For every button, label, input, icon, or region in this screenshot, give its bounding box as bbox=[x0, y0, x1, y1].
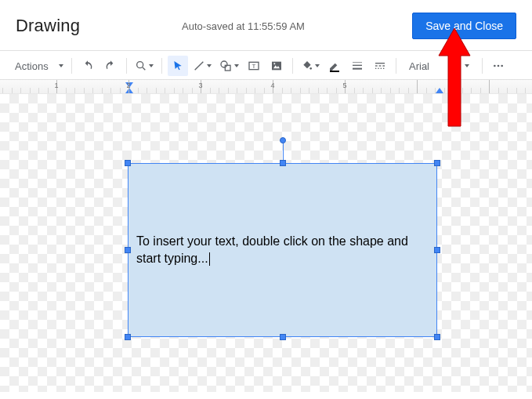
selected-textbox-shape[interactable]: To insert your text, double click on the… bbox=[128, 163, 437, 337]
autosave-status: Auto-saved at 11:55:59 AM bbox=[182, 20, 305, 32]
border-weight-button[interactable] bbox=[347, 56, 367, 76]
toolbar-separator bbox=[126, 58, 127, 74]
select-tool-button[interactable] bbox=[168, 56, 188, 76]
svg-text:T: T bbox=[252, 63, 256, 70]
font-family-dropdown[interactable] bbox=[456, 56, 476, 76]
ruler-number: 4 bbox=[270, 82, 274, 89]
toolbar-separator bbox=[71, 58, 72, 74]
drawing-canvas[interactable]: To insert your text, double click on the… bbox=[0, 94, 532, 392]
resize-handle-b[interactable] bbox=[280, 334, 286, 340]
textbox-tool-button[interactable]: T bbox=[244, 56, 264, 76]
toolbar: Actions T Arial bbox=[0, 50, 532, 80]
more-button[interactable] bbox=[488, 56, 508, 76]
svg-rect-12 bbox=[330, 71, 339, 72]
svg-rect-21 bbox=[378, 68, 378, 69]
svg-rect-18 bbox=[379, 65, 382, 66]
resize-handle-t[interactable] bbox=[280, 160, 286, 166]
svg-rect-23 bbox=[383, 68, 384, 69]
ruler-number: 1 bbox=[54, 82, 58, 89]
svg-rect-22 bbox=[381, 68, 382, 69]
svg-point-26 bbox=[501, 65, 503, 67]
border-dash-button[interactable] bbox=[370, 56, 390, 76]
save-and-close-button[interactable]: Save and Close bbox=[412, 13, 516, 39]
undo-button[interactable] bbox=[78, 56, 98, 76]
svg-point-4 bbox=[221, 61, 227, 67]
svg-rect-8 bbox=[272, 62, 281, 71]
svg-rect-15 bbox=[353, 68, 362, 70]
svg-point-25 bbox=[498, 65, 500, 67]
resize-handle-tr[interactable] bbox=[434, 160, 440, 166]
dialog-title: Drawing bbox=[16, 16, 80, 36]
ruler-number: 5 bbox=[342, 82, 346, 89]
svg-rect-13 bbox=[353, 62, 362, 63]
resize-handle-r[interactable] bbox=[434, 247, 440, 253]
textbox-content[interactable]: To insert your text, double click on the… bbox=[128, 233, 436, 267]
ruler-number: 2 bbox=[126, 82, 130, 89]
svg-point-1 bbox=[137, 62, 143, 68]
svg-rect-19 bbox=[382, 65, 385, 66]
border-color-button[interactable] bbox=[324, 56, 345, 76]
dialog-header: Drawing Auto-saved at 11:55:59 AM Save a… bbox=[0, 0, 532, 50]
svg-rect-16 bbox=[375, 63, 385, 63]
rotation-line bbox=[283, 142, 284, 161]
right-indent-marker-icon[interactable] bbox=[436, 88, 443, 93]
resize-handle-l[interactable] bbox=[125, 247, 131, 253]
toolbar-separator bbox=[482, 58, 483, 74]
font-name-label: Arial bbox=[404, 60, 451, 72]
redo-button[interactable] bbox=[100, 56, 121, 76]
svg-line-3 bbox=[195, 62, 204, 71]
shape-tool-button[interactable] bbox=[216, 56, 241, 76]
resize-handle-tl[interactable] bbox=[125, 160, 131, 166]
svg-rect-5 bbox=[225, 65, 230, 71]
actions-menu-button[interactable]: Actions bbox=[8, 56, 66, 76]
svg-point-11 bbox=[309, 67, 312, 70]
horizontal-ruler[interactable]: 12345 bbox=[0, 80, 532, 94]
font-family-button[interactable]: Arial bbox=[402, 56, 454, 76]
svg-rect-17 bbox=[375, 65, 378, 66]
rotation-handle[interactable] bbox=[280, 137, 286, 143]
svg-rect-20 bbox=[375, 68, 376, 69]
textbox-text: To insert your text, double click on the… bbox=[136, 234, 408, 265]
line-tool-button[interactable] bbox=[190, 56, 214, 76]
fill-color-button[interactable] bbox=[299, 56, 322, 76]
ruler-number: 3 bbox=[198, 82, 202, 89]
text-cursor-icon bbox=[209, 252, 210, 266]
zoom-button[interactable] bbox=[132, 56, 156, 76]
svg-rect-14 bbox=[353, 65, 362, 66]
toolbar-separator bbox=[161, 58, 162, 74]
resize-handle-br[interactable] bbox=[434, 334, 440, 340]
toolbar-separator bbox=[396, 58, 396, 74]
actions-label: Actions bbox=[10, 60, 57, 72]
svg-point-10 bbox=[273, 63, 275, 64]
image-tool-button[interactable] bbox=[266, 56, 287, 76]
svg-line-2 bbox=[143, 67, 145, 70]
resize-handle-bl[interactable] bbox=[125, 334, 131, 340]
toolbar-separator bbox=[292, 58, 293, 74]
svg-point-24 bbox=[494, 65, 496, 67]
